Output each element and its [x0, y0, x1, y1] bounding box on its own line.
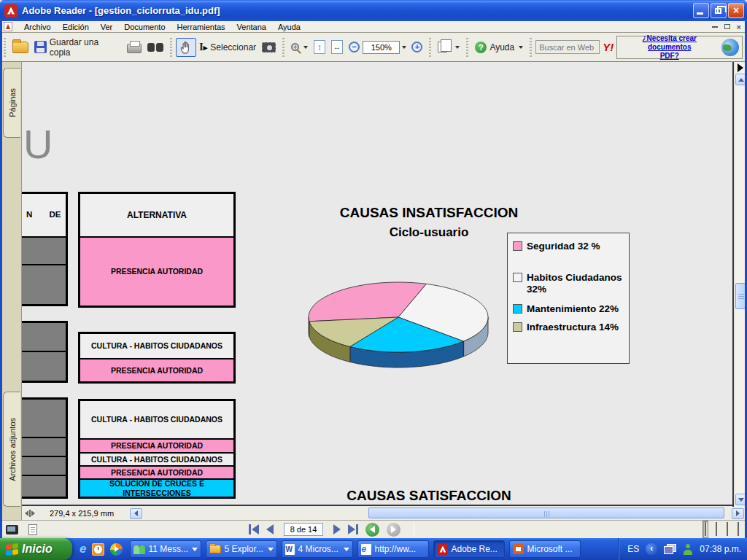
page-number-box[interactable]: 8 de 14 — [284, 523, 323, 536]
next-view-button[interactable] — [387, 523, 400, 537]
toolbar: Guardar una copia I Seleccionar + ↕ ↔ − … — [0, 33, 747, 62]
zoom-level-box[interactable]: 150% — [363, 41, 400, 54]
page-display-button[interactable] — [435, 39, 462, 55]
fit-width-button[interactable]: ↔ — [328, 38, 346, 56]
menu-archivo[interactable]: Archivo — [18, 22, 57, 32]
table-cell: PRESENCIA AUTORIDAD — [79, 358, 235, 383]
group-dropdown-icon — [268, 548, 274, 551]
table-cell: CULTURA - HABITOS CIUDADANOS — [79, 452, 235, 467]
toolbar-grip — [466, 38, 468, 57]
taskbar-button-explorer-group[interactable]: 5 Explor... — [206, 540, 277, 558]
yahoo-logo: Y! — [603, 41, 614, 53]
close-button[interactable]: × — [728, 3, 744, 18]
document-page: U CAUSAS INSATISFACCION Ciclo-usuario Se… — [22, 62, 734, 507]
taskbar-button-browser[interactable]: e http://ww... — [357, 540, 429, 558]
menu-herramientas[interactable]: Herramientas — [171, 22, 231, 32]
navigation-panel-strip: Páginas Archivos adjuntos — [0, 62, 22, 507]
window-title: Adobe Reader - [gestion_ciclorruta_idu.p… — [22, 5, 220, 16]
network-icon[interactable] — [664, 544, 676, 554]
menu-bar: Archivo Edición Ver Documento Herramient… — [0, 21, 747, 33]
table-cell — [22, 264, 67, 306]
clock-app-icon[interactable] — [92, 543, 104, 556]
toolbar-overflow-arrow-icon[interactable] — [738, 63, 743, 72]
web-search-input[interactable] — [535, 40, 600, 54]
last-page-button[interactable] — [348, 524, 358, 534]
taskbar-button-adobe-reader[interactable]: Adobe Re... — [433, 540, 505, 558]
horizontal-scrollbar[interactable] — [144, 508, 730, 519]
dropdown-arrow-icon — [519, 46, 523, 49]
legend-label: Mantenimiento 22% — [527, 303, 619, 315]
menu-documento[interactable]: Documento — [118, 22, 171, 32]
scroll-right-button[interactable] — [732, 508, 744, 519]
continuous-facing-layout-button[interactable] — [724, 521, 730, 538]
office-app-icon — [513, 544, 524, 554]
help-button[interactable]: ? Ayuda — [472, 39, 526, 55]
horizontal-scroll-thumb[interactable] — [368, 508, 724, 518]
globe-icon — [721, 39, 739, 56]
zoom-in-button[interactable]: + — [409, 39, 425, 55]
chart-title: CAUSAS INSATISFACCION — [298, 205, 560, 221]
taskbar-button-messenger-group[interactable]: 11 Mess... — [130, 540, 201, 558]
group-dropdown-icon — [192, 548, 198, 551]
legend-label: Infraestructura 14% — [527, 322, 619, 333]
save-copy-button[interactable]: Guardar una copia — [31, 35, 124, 60]
messenger-user-icon[interactable] — [683, 544, 693, 555]
doc-minimize-icon[interactable] — [712, 26, 718, 28]
windows-taskbar: Inicio e 11 Mess... 5 Explor... W 4 Micr… — [0, 538, 747, 560]
taskbar-button-microsoft-app[interactable]: Microsoft ... — [509, 540, 581, 558]
desktop: Adobe Reader - [gestion_ciclorruta_idu.p… — [0, 0, 747, 560]
tab-archivos-adjuntos[interactable]: Archivos adjuntos — [3, 392, 20, 507]
fit-page-button[interactable]: ↕ — [311, 38, 328, 56]
create-pdf-button[interactable]: ¿Necesita crear documentos PDF? — [616, 36, 743, 59]
previous-page-button[interactable] — [266, 524, 274, 534]
zoom-out-button[interactable]: − — [346, 39, 363, 55]
start-label: Inicio — [22, 542, 53, 556]
select-tool-button[interactable]: I Seleccionar — [196, 39, 259, 55]
table-cell — [22, 398, 67, 438]
menu-ver[interactable]: Ver — [95, 22, 119, 32]
hand-tool-button[interactable] — [176, 38, 196, 57]
table-cell: CULTURA - HABITOS CIUDADANOS — [79, 400, 235, 440]
menu-ayuda[interactable]: Ayuda — [272, 22, 306, 32]
language-indicator[interactable]: ES — [627, 544, 639, 554]
single-page-layout-button[interactable] — [703, 521, 708, 538]
taskbar-button-word-group[interactable]: W 4 Micros... — [282, 540, 353, 558]
forward-arrow-icon — [391, 526, 396, 533]
minimize-button[interactable] — [693, 3, 709, 18]
restore-button[interactable] — [711, 3, 727, 18]
previous-view-button[interactable] — [365, 523, 379, 537]
page-bottom-edge — [22, 505, 734, 506]
page-layout-icon[interactable] — [28, 524, 37, 535]
zoom-dropdown-arrow-icon[interactable] — [402, 46, 406, 49]
camera-icon — [262, 42, 276, 52]
table-cell: PRESENCIA AUTORIDAD — [79, 465, 235, 480]
menu-edicion[interactable]: Edición — [57, 22, 95, 32]
table-cell — [22, 456, 67, 476]
messenger-status-icon[interactable]: ‹ — [646, 543, 657, 555]
pie-chart — [305, 278, 496, 370]
doc-restore-icon[interactable] — [724, 24, 730, 29]
zoom-tool-button[interactable]: + — [288, 41, 311, 53]
next-page-button[interactable] — [333, 524, 341, 534]
toolbar-grip — [429, 38, 431, 57]
first-page-button[interactable] — [249, 524, 259, 534]
open-button[interactable] — [9, 39, 31, 55]
tab-paginas[interactable]: Páginas — [3, 68, 20, 138]
pane-splitter-icon[interactable] — [25, 510, 35, 517]
full-screen-icon[interactable] — [6, 525, 18, 534]
internet-explorer-page-icon: e — [361, 544, 371, 555]
page-navigation-bar: 8 de 14 — [0, 520, 747, 538]
snapshot-button[interactable] — [259, 40, 279, 55]
continuous-layout-button[interactable] — [713, 521, 719, 538]
internet-explorer-icon[interactable]: e — [80, 542, 86, 556]
taskbar-button-label: 11 Mess... — [148, 544, 187, 554]
media-player-icon[interactable] — [110, 543, 123, 556]
doc-close-icon[interactable]: × — [737, 23, 741, 31]
search-button[interactable] — [144, 40, 166, 55]
print-button[interactable] — [124, 39, 144, 55]
start-button[interactable]: Inicio — [0, 538, 72, 560]
facing-layout-button[interactable] — [735, 521, 741, 538]
menu-ventana[interactable]: Ventana — [231, 22, 272, 32]
group-dropdown-icon — [344, 548, 349, 551]
scroll-left-button[interactable] — [130, 508, 142, 519]
